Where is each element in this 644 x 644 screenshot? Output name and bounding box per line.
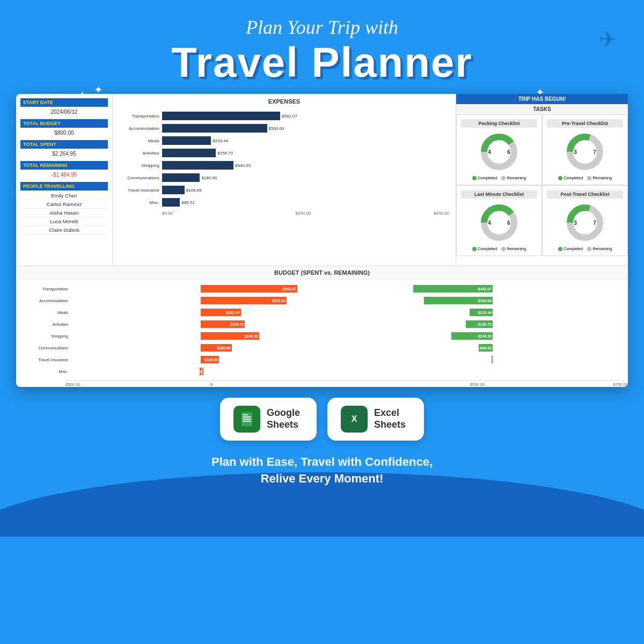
expenses-title: EXPENSES [119,98,449,107]
bar-label: Accommodation [119,126,162,131]
bar-fill [162,112,280,120]
task-cell: Pre-Travel Checklist 3 7 Completed [542,114,628,185]
footer: Plan with Ease, Travel with Confidence, … [0,446,644,498]
expenses-bar-row: Travel Insurance $106.89 [119,185,449,195]
total-spent-label: TOTAL SPENT [20,140,108,149]
completed-label: Completed [564,175,583,180]
budget-bar-row: Communications -$80.00 $180.00 [23,343,621,353]
left-panel: START DATE 2024/06/12 TOTAL BUDGET $800.… [16,94,113,266]
donut-chart: 4 6 [478,201,521,244]
google-sheets-button[interactable]: Google Sheets [220,398,317,441]
expenses-panel: EXPENSES Transportation $562.07 Accommod… [113,94,456,266]
donut-container: 4 6 Completed Remaining [461,130,537,180]
header: Plan Your Trip with ✦ ✦ ✦ ✦ Travel Plann… [0,0,644,94]
excel-sheets-button[interactable]: X Excel Sheets [327,398,424,441]
people-label: PEOPLE TRAVELLING [20,182,108,191]
bar-label: Activities [119,151,162,156]
task-cell: Packing Checklist 4 6 Completed Rem [456,114,542,185]
donut-legend: Completed Remaining [558,175,612,180]
tasks-title: TASKS [456,104,628,114]
completed-label: Completed [478,175,497,180]
expenses-bar-row: Activities $256.72 [119,148,449,158]
expenses-bar-row: Transportation $562.07 [119,111,449,121]
bar-value: $85.51 [181,200,194,205]
task-cell-title: Pre-Travel Checklist [547,119,623,128]
bar-fill [162,173,200,182]
svg-text:4: 4 [488,220,491,226]
task-cell-title: Post-Travel Checklist [547,190,623,199]
budget-row-label: Travel Insurance [23,357,71,362]
budget-bar-row: Shopping -$240.33 $340.33 [23,331,621,341]
donut-chart: 3 7 [564,201,606,244]
excel-sheets-label: Excel Sheets [374,407,406,430]
completed-dot [558,176,562,180]
expenses-bar-row: Meals $233.44 [119,136,449,145]
donut-container: 3 7 Completed Remaining [547,130,623,180]
remaining-label: Remaining [592,175,612,180]
total-spent-value: $2,264.95 [20,150,108,158]
completed-dot [472,176,477,180]
svg-text:4: 4 [488,149,491,155]
budget-section: BUDGET (SPENT vs. REMAINING) Transportat… [16,266,628,387]
bar-fill [162,186,185,194]
task-cell-title: Packing Checklist [461,119,537,128]
budget-x-axis: -$500.00 -$ $500.00 $750.00 [64,380,628,387]
donut-legend: Completed Remaining [472,246,526,251]
donut-chart: 3 7 [564,130,606,173]
bar-label: Misc. [119,200,162,205]
page-title: Travel Planner [0,41,644,83]
bar-fill [162,136,211,145]
budget-bar-row: Travel Insurance -$6.89 $106.89 [23,355,621,364]
remaining-label: Remaining [507,246,526,251]
expenses-bar-row: Shopping $340.33 [119,160,449,170]
footer-line2: Relive Every Moment! [0,471,644,487]
donut-container: 3 7 Completed Remaining [547,201,623,251]
expenses-bar-row: Misc. $85.51 [119,197,449,207]
bar-label: Transportation [119,114,162,119]
svg-rect-17 [243,416,251,418]
tasks-panel: TRIP HAS BEGUN! TASKS Packing Checklist … [456,94,628,266]
budget-title: BUDGET (SPENT vs. REMAINING) [16,266,628,280]
budget-chart: Transportation -$462.07 $562.07 Accommod… [16,280,628,380]
budget-row-label: Shopping [23,334,71,339]
expenses-bar-row: Accommodation $500.00 [119,123,449,133]
task-cell: Post-Travel Checklist 3 7 Completed [542,185,628,256]
bottom-buttons: Google Sheets X Excel Sheets [0,387,644,446]
person-item: Claire Dubois [20,226,108,235]
bar-fill [162,149,216,157]
remaining-dot [587,247,591,251]
svg-rect-18 [243,419,251,420]
bar-value: $500.00 [269,126,284,131]
people-list: Emily ChenCarlos RamirezAisha HasanLuca … [20,192,108,235]
remaining-label: Remaining [592,246,612,251]
svg-text:7: 7 [593,149,596,155]
budget-row-label: Activities [23,322,71,327]
tasks-grid: Packing Checklist 4 6 Completed Rem [456,114,628,256]
total-budget-label: TOTAL BUDGET [20,119,108,128]
svg-text:6: 6 [507,220,510,226]
budget-bar-row: Meals -$133.44 $233.44 [23,308,621,317]
total-budget-value: $800.00 [20,129,108,137]
bar-value: $562.07 [282,114,297,119]
budget-row-label: Misc. [23,369,71,374]
dashboard: START DATE 2024/06/12 TOTAL BUDGET $800.… [16,94,628,387]
budget-row-label: Transportation [23,287,71,291]
person-item: Luca Moretti [20,217,108,226]
budget-bar-row: Accommodation -$400.00 $500.00 [23,296,621,305]
task-cell-title: Last Minute Checklist [461,190,537,199]
google-sheets-label: Google Sheets [267,407,300,430]
remaining-dot [501,176,506,180]
remaining-dot [587,176,591,180]
dashboard-top: START DATE 2024/06/12 TOTAL BUDGET $800.… [16,94,628,266]
budget-bar-row: Transportation -$462.07 $562.07 [23,284,621,294]
bar-value: $256.72 [217,151,233,156]
donut-legend: Completed Remaining [472,175,526,180]
remaining-label: Remaining [507,175,526,180]
svg-rect-20 [243,414,248,415]
google-sheets-icon [233,406,260,433]
budget-row-label: Meals [23,310,71,315]
svg-text:7: 7 [593,220,596,226]
bar-fill [162,161,233,170]
completed-dot [472,247,477,251]
budget-bar-row: Activities -$156.72 $256.72 [23,319,621,329]
